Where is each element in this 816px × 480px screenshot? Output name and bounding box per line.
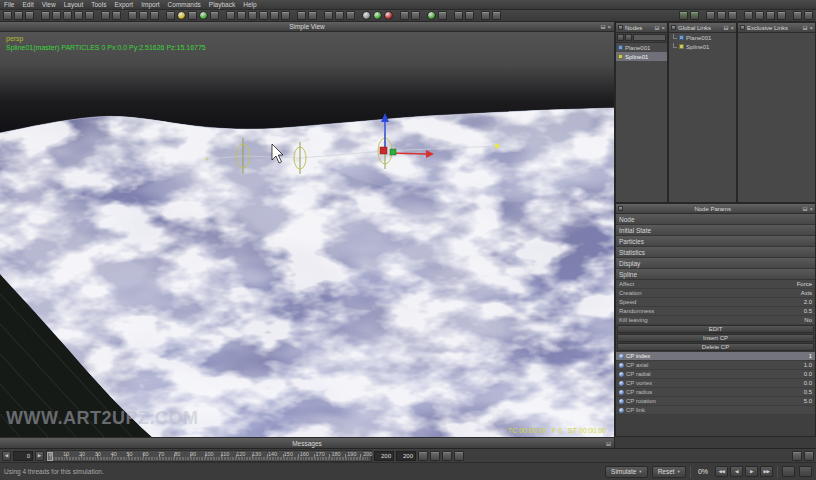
toolbar-icon[interactable] — [210, 11, 219, 20]
node-item-spline01[interactable]: Spline01 — [616, 52, 667, 61]
step-forward-button[interactable]: ▶▶ — [760, 466, 773, 477]
close-icon[interactable]: × — [607, 24, 611, 30]
3d-viewport[interactable]: persp Spline01(master) PARTICLES 0 Px:0.… — [0, 32, 614, 437]
gizmo-center-handle[interactable] — [380, 147, 387, 154]
toolbar-icon[interactable] — [454, 11, 463, 20]
param-row-cp-vortex[interactable]: CP vortex0.0 — [616, 379, 815, 388]
jump-start-button[interactable]: ◀◀ — [715, 466, 728, 477]
param-row-randomness[interactable]: Randomness0.5 — [616, 307, 815, 316]
toolbar-icon[interactable] — [717, 11, 726, 20]
toolbar-icon[interactable] — [259, 11, 268, 20]
toolbar-icon[interactable] — [438, 11, 447, 20]
max-frames-field[interactable]: 200 — [396, 451, 416, 461]
param-row-cp-axial[interactable]: CP axial1.0 — [616, 361, 815, 370]
button-insert-cp[interactable]: Insert CP — [617, 334, 814, 342]
playhead-marker[interactable] — [47, 452, 53, 461]
toolbar-icon[interactable] — [128, 11, 137, 20]
minimize-icon[interactable]: ⊟ — [600, 24, 605, 30]
toolbar-icon[interactable] — [177, 11, 186, 20]
toolbar-icon[interactable] — [481, 11, 490, 20]
menu-file[interactable]: File — [0, 0, 18, 10]
toolbar-icon[interactable] — [804, 11, 813, 20]
menu-playback[interactable]: Playback — [205, 0, 239, 10]
toolbar-icon[interactable] — [777, 11, 786, 20]
param-section-node[interactable]: Node — [616, 214, 815, 225]
toolbar-icon[interactable] — [101, 11, 110, 20]
param-section-initial-state[interactable]: Initial State — [616, 225, 815, 236]
options-icon[interactable] — [799, 466, 812, 477]
current-frame-field[interactable]: 0 — [13, 451, 33, 461]
toolbar-icon[interactable] — [166, 11, 175, 20]
reset-button[interactable]: Reset ▾ — [652, 466, 686, 478]
toolbar-icon[interactable] — [324, 11, 333, 20]
close-icon[interactable]: × — [810, 206, 814, 212]
button-edit[interactable]: EDIT — [617, 325, 814, 333]
toolbar-icon[interactable] — [400, 11, 409, 20]
toolbar-icon[interactable] — [74, 11, 83, 20]
param-row-affect[interactable]: AffectForce — [616, 280, 815, 289]
toolbar-icon[interactable] — [793, 11, 802, 20]
toolbar-icon[interactable] — [85, 11, 94, 20]
toolbar-icon[interactable] — [346, 11, 355, 20]
param-row-cp-index[interactable]: CP index1 — [616, 352, 815, 361]
toolbar-icon[interactable] — [706, 11, 715, 20]
toolbar-icon[interactable] — [373, 11, 382, 20]
toolbar-icon[interactable] — [492, 11, 501, 20]
toolbar-icon[interactable] — [465, 11, 474, 20]
toolbar-icon[interactable] — [41, 11, 50, 20]
toolbar-icon[interactable] — [248, 11, 257, 20]
toolbar-icon[interactable] — [755, 11, 764, 20]
timeline-ruler[interactable]: 0102030405060708090100110120130140150160… — [46, 450, 372, 462]
nodes-filter-field[interactable] — [633, 34, 666, 41]
toolbar-icon[interactable] — [427, 11, 436, 20]
menu-import[interactable]: Import — [137, 0, 163, 10]
menu-help[interactable]: Help — [239, 0, 260, 10]
toolbar-icon[interactable] — [384, 11, 393, 20]
step-back-button[interactable]: ◀ — [730, 466, 743, 477]
param-row-cp-link[interactable]: CP link — [616, 406, 815, 415]
minimize-icon[interactable]: ⊟ — [802, 206, 807, 212]
film-icon[interactable] — [430, 451, 440, 461]
menu-layout[interactable]: Layout — [60, 0, 88, 10]
toolbar-icon[interactable] — [744, 11, 753, 20]
toolbar-icon[interactable] — [150, 11, 159, 20]
close-icon[interactable]: × — [661, 25, 665, 31]
toolbar-icon[interactable] — [14, 11, 23, 20]
param-section-spline[interactable]: Spline — [616, 269, 815, 280]
param-row-cp-rotation[interactable]: CP rotation5.0 — [616, 397, 815, 406]
toolbar-icon[interactable] — [728, 11, 737, 20]
frame-forward-button[interactable]: ▶ — [35, 451, 44, 461]
range-end-field[interactable]: 200 — [374, 451, 394, 461]
toolbar-icon[interactable] — [308, 11, 317, 20]
param-section-display[interactable]: Display — [616, 258, 815, 269]
loop-icon[interactable] — [782, 466, 795, 477]
toolbar-icon[interactable] — [188, 11, 197, 20]
toolbar-icon[interactable] — [297, 11, 306, 20]
toolbar-icon[interactable] — [112, 11, 121, 20]
toolbar-icon[interactable] — [270, 11, 279, 20]
button-delete-cp[interactable]: Delete CP — [617, 343, 814, 351]
close-icon[interactable]: × — [809, 25, 813, 31]
simulate-button[interactable]: Simulate ▾ — [605, 466, 648, 478]
spline-start-point[interactable] — [206, 158, 209, 161]
param-section-statistics[interactable]: Statistics — [616, 247, 815, 258]
toolbar-icon[interactable] — [3, 11, 12, 20]
camera-icon[interactable] — [418, 451, 428, 461]
toolbar-icon[interactable] — [362, 11, 371, 20]
menu-commands[interactable]: Commands — [164, 0, 205, 10]
frame-back-button[interactable]: ◀ — [2, 451, 11, 461]
menu-tools[interactable]: Tools — [87, 0, 110, 10]
param-row-cp-radius[interactable]: CP radius0.5 — [616, 388, 815, 397]
spline-end-point[interactable] — [495, 144, 499, 148]
options-icon[interactable] — [804, 451, 814, 461]
minimize-icon[interactable]: ⊟ — [723, 25, 728, 31]
global-link-item-plane001[interactable]: Plane001 — [669, 33, 736, 42]
menu-export[interactable]: Export — [110, 0, 137, 10]
menu-view[interactable]: View — [38, 0, 60, 10]
add-node-icon[interactable] — [617, 34, 624, 41]
toolbar-icon[interactable] — [199, 11, 208, 20]
filter-icon[interactable] — [625, 34, 632, 41]
toolbar-icon[interactable] — [52, 11, 61, 20]
toolbar-icon[interactable] — [766, 11, 775, 20]
global-link-item-spline01[interactable]: Spline01 — [669, 42, 736, 51]
